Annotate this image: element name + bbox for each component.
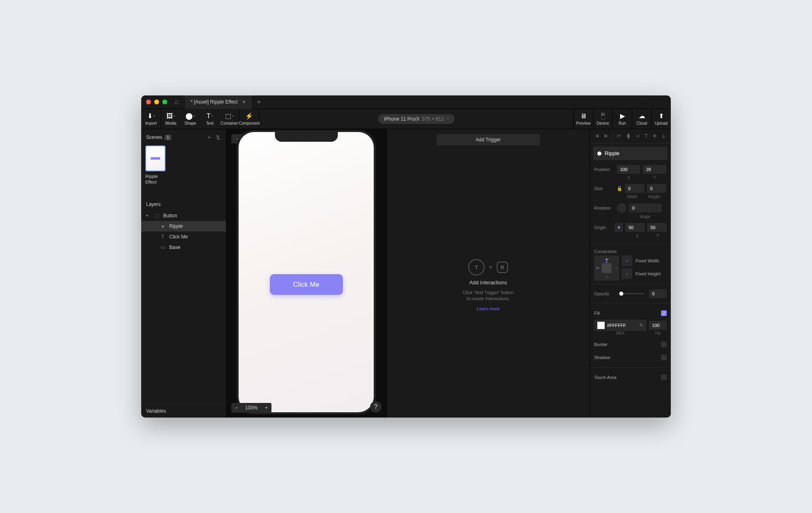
scene-thumbnail[interactable] — [145, 145, 166, 171]
preview-button[interactable]: 🖥 Preview — [573, 109, 593, 129]
document-tab[interactable]: * [Asset] Ripple Effect ✕ — [185, 95, 252, 109]
container-icon: ⬚▾ — [225, 112, 234, 120]
align-center-button[interactable]: ╋ — [624, 132, 632, 141]
device-preview-button[interactable]: 📱 Device — [593, 109, 612, 129]
run-button[interactable]: ▶ Run — [612, 109, 632, 129]
fixed-height-icon[interactable]: ↕ — [622, 268, 632, 279]
color-swatch[interactable] — [597, 322, 605, 329]
zoom-control: − 100% + — [231, 403, 271, 413]
opacity-input[interactable] — [649, 289, 667, 298]
size-label: Size — [594, 186, 614, 191]
fill-color-input[interactable]: #FFFFFF ✎ — [594, 320, 646, 331]
main-toolbar: ⬇▾ Import 🖼▾ Media ⬤▾ Shape T▾ Text ⬚▾ C… — [141, 109, 671, 129]
align-top-button[interactable]: ⊤ — [642, 132, 650, 141]
device-notch — [275, 132, 338, 142]
lightning-icon: ⚡ — [245, 112, 253, 120]
align-left-edge-button[interactable]: ⊢ — [616, 132, 624, 141]
opacity-slider[interactable] — [619, 293, 644, 294]
upload-icon: ⬆ — [659, 112, 664, 120]
touch-area-toggle[interactable] — [661, 374, 667, 380]
constraints-picker[interactable]: T⊢⊣⊥ — [594, 255, 619, 281]
width-input[interactable] — [625, 184, 644, 193]
window-minimize-button[interactable] — [154, 100, 159, 104]
fill-toggle[interactable]: ✓ — [661, 310, 667, 316]
shape-button[interactable]: ⬤▾ Shape — [181, 109, 200, 129]
rect-icon: ▭ — [160, 245, 166, 250]
scene-settings-button[interactable]: ⇅ — [215, 134, 221, 141]
layer-row-button[interactable]: ▾ ⬚ Button — [141, 210, 226, 221]
window-zoom-button[interactable] — [162, 100, 167, 104]
plus-icon: + — [489, 264, 492, 271]
container-icon: ⬚ — [154, 213, 159, 219]
component-button[interactable]: ⚡ Component — [239, 109, 259, 129]
media-button[interactable]: 🖼▾ Media — [161, 109, 181, 129]
fixed-width-icon[interactable]: ↔ — [622, 255, 632, 266]
device-screen[interactable]: Click Me — [239, 132, 374, 412]
align-center-h-button[interactable]: ⫸ — [602, 132, 610, 141]
text-button[interactable]: T▾ Text — [200, 109, 220, 129]
text-icon: T — [160, 234, 166, 240]
properties-panel: ⫷ ⫸ ⊢ ╋ ⊣ ⊤ ✛ ⊥ Ripple Position X — [590, 129, 671, 418]
add-scene-button[interactable]: ＋ — [206, 133, 213, 142]
import-button[interactable]: ⬇▾ Import — [141, 109, 161, 129]
zoom-in-button[interactable]: + — [261, 403, 271, 413]
canvas-viewport[interactable]: ← → Click Me − 100% + ? — [226, 129, 387, 418]
position-y-input[interactable] — [643, 165, 666, 174]
learn-more-link[interactable]: Learn more — [477, 306, 500, 311]
border-toggle[interactable] — [661, 342, 667, 347]
image-icon: 🖼▾ — [166, 113, 175, 120]
constraints-label: Constraints — [594, 249, 617, 254]
scenes-count-badge: 1 — [165, 135, 171, 140]
size-lock-button[interactable]: 🔓 — [617, 186, 622, 191]
tab-add-button[interactable]: ＋ — [256, 98, 262, 106]
zoom-value[interactable]: 100% — [241, 403, 261, 413]
chevron-down-icon[interactable]: ▾ — [146, 213, 150, 218]
left-panel: Scenes 1 ＋ ⇅ Ripple Effect Layers ▾ ⬚ Bu… — [141, 129, 226, 418]
rotation-label: Rotation — [594, 206, 614, 210]
origin-y-input[interactable] — [647, 223, 667, 232]
shadow-toggle[interactable] — [661, 355, 667, 360]
container-button[interactable]: ⬚▾ Container — [220, 109, 239, 129]
window-close-button[interactable] — [146, 100, 151, 104]
fill-label: Fill — [594, 311, 600, 316]
tab-close-icon[interactable]: ✕ — [242, 99, 246, 105]
align-bottom-button[interactable]: ⊥ — [659, 132, 668, 141]
fill-opacity-input[interactable] — [649, 321, 667, 330]
help-button[interactable]: ? — [370, 401, 381, 413]
upload-button[interactable]: ⬆ Upload — [651, 109, 671, 129]
layers-header: Layers — [141, 197, 226, 210]
titlebar: ⌂ * [Asset] Ripple Effect ✕ ＋ — [141, 95, 671, 109]
zoom-out-button[interactable]: − — [231, 403, 241, 413]
trigger-badge-icon: T — [468, 259, 485, 275]
alignment-bar: ⫷ ⫸ ⊢ ╋ ⊣ ⊤ ✛ ⊥ — [590, 129, 671, 143]
eyedropper-icon[interactable]: ✎ — [639, 323, 643, 328]
cloud-button[interactable]: ☁ Cloud — [632, 109, 651, 129]
scene-name: Ripple Effect — [145, 173, 170, 185]
align-middle-button[interactable]: ✛ — [651, 132, 659, 141]
element-header[interactable]: Ripple — [593, 147, 668, 160]
main-area: Scenes 1 ＋ ⇅ Ripple Effect Layers ▾ ⬚ Bu… — [141, 129, 671, 418]
rotation-input[interactable] — [629, 203, 661, 212]
device-selector[interactable]: iPhone 11 Pro/X 375 × 812 ▾ — [378, 114, 454, 124]
add-trigger-button[interactable]: Add Trigger — [437, 134, 540, 145]
align-left-button[interactable]: ⫷ — [593, 132, 601, 141]
position-x-input[interactable] — [617, 165, 640, 174]
device-frame: Click Me — [237, 130, 376, 414]
empty-subtitle: Click "Add Trigger" button to create Int… — [463, 290, 513, 302]
shadow-label: Shadow — [594, 355, 610, 360]
origin-x-input[interactable] — [625, 223, 645, 232]
align-right-edge-button[interactable]: ⊣ — [633, 132, 641, 141]
canvas-button-element[interactable]: Click Me — [270, 274, 343, 295]
response-badge-icon: R — [497, 262, 508, 273]
position-label: Position — [594, 167, 614, 172]
layer-row-click-me[interactable]: T Click Me — [141, 232, 226, 242]
layer-row-base[interactable]: ▭ Base — [141, 242, 226, 253]
rotation-dial[interactable] — [617, 203, 627, 213]
height-input[interactable] — [647, 184, 666, 193]
shape-icon: ⬤▾ — [185, 112, 195, 120]
origin-picker[interactable] — [615, 223, 623, 232]
home-icon[interactable]: ⌂ — [174, 98, 179, 106]
variables-section[interactable]: Variables — [141, 404, 226, 418]
app-window: ⌂ * [Asset] Ripple Effect ✕ ＋ ⬇▾ Import … — [141, 95, 671, 418]
layer-row-ripple[interactable]: ● Ripple — [141, 221, 226, 232]
